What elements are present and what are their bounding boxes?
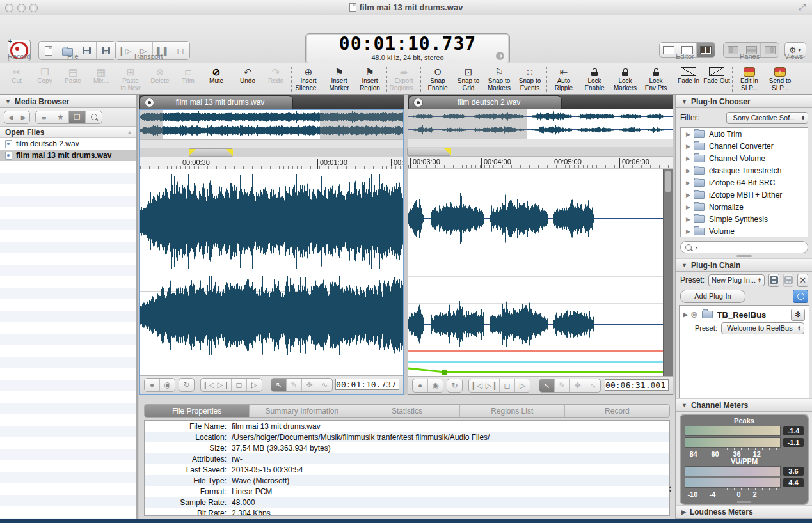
record-arm-button[interactable]: ● xyxy=(413,379,428,392)
chain-preset-dropdown[interactable]: New Plug-In... ▲▼ xyxy=(708,274,765,286)
fade-out-button[interactable]: Fade Out xyxy=(703,63,731,94)
fade-in-button[interactable]: Fade In xyxy=(674,63,703,94)
waveform-editor[interactable] xyxy=(408,169,673,376)
plugin-item[interactable]: ▶Normalize xyxy=(681,201,808,213)
insert-silence-button[interactable]: ⊕Insert Silence... xyxy=(293,63,324,94)
plugin-chooser-header[interactable]: ▼ Plug-In Chooser xyxy=(676,95,812,108)
disclosure-triangle-icon[interactable]: ▶ xyxy=(686,216,690,222)
plugin-search-field[interactable]: ▼ xyxy=(680,241,808,253)
paste-button[interactable]: ▤Paste xyxy=(59,63,87,94)
loop-region[interactable] xyxy=(189,148,233,157)
loop-region-bar[interactable] xyxy=(140,148,403,157)
tab-summary-information[interactable]: Summary Information xyxy=(250,405,354,417)
edit-in-slp-button[interactable]: Edit in SLP... xyxy=(734,63,765,94)
disclosure-triangle-icon[interactable]: ▶ xyxy=(686,204,690,210)
go-to-start-button[interactable]: ❙◁ xyxy=(201,379,216,391)
snap-enable-button[interactable]: ΩSnap Enable xyxy=(422,63,453,94)
disclosure-triangle-icon[interactable]: ▶ xyxy=(686,131,690,137)
auto-ripple-button[interactable]: ⇤Auto Ripple xyxy=(548,63,579,94)
resize-grip[interactable] xyxy=(737,501,751,503)
new-file-button[interactable] xyxy=(39,42,58,59)
add-plugin-button[interactable]: Add Plug-In xyxy=(680,290,745,303)
loop-start-handle[interactable] xyxy=(189,149,196,156)
edit-tool-button[interactable]: ↖ xyxy=(271,379,287,391)
save-as-button[interactable] xyxy=(97,42,115,59)
editor-split-view-button[interactable] xyxy=(697,43,715,57)
search-button[interactable] xyxy=(86,111,102,123)
sample-rate-stepper[interactable]: ▲▼ xyxy=(668,485,673,493)
stop-button[interactable]: ◻ xyxy=(232,379,247,391)
scrollbar-thumb[interactable] xyxy=(665,171,671,192)
lock-env-pts-button[interactable]: Lock Env Pts xyxy=(641,63,671,94)
record-indicator-icon[interactable] xyxy=(145,98,154,107)
insert-marker-button[interactable]: ⚑Insert Marker xyxy=(324,63,354,94)
copy-button[interactable]: ❐Copy xyxy=(31,63,59,94)
play-button[interactable]: ▷ xyxy=(515,379,530,392)
waveform-editor[interactable] xyxy=(140,169,403,375)
disclosure-triangle-icon[interactable]: ▶ xyxy=(686,155,690,162)
back-button[interactable]: ◀ xyxy=(4,111,17,123)
plugin-chain-header[interactable]: ▼ Plug-In Chain xyxy=(676,258,812,272)
mute-button[interactable]: ⊘Mute xyxy=(202,63,230,94)
favorites-button[interactable]: ★ xyxy=(52,111,69,123)
plugin-item[interactable]: ▶Volume xyxy=(681,225,808,237)
disclosure-triangle-icon[interactable]: ▶ xyxy=(686,192,690,198)
hand-tool-button[interactable]: ✥ xyxy=(570,379,585,392)
vertical-scrollbar[interactable] xyxy=(663,169,673,376)
waveform-overview[interactable] xyxy=(408,109,673,139)
tab-film-mai[interactable]: film mai 13 mit drums.wav xyxy=(139,95,293,109)
open-files-button[interactable]: ❐ xyxy=(69,111,86,123)
envelope-tool-button[interactable]: ∿ xyxy=(585,379,600,392)
fullscreen-icon[interactable]: ⤢ xyxy=(799,2,806,13)
snap-to-events-button[interactable]: ∷Snap to Events xyxy=(514,63,545,94)
save-preset-button[interactable] xyxy=(768,274,779,287)
plugin-item[interactable]: ▶Simple Synthesis xyxy=(681,213,808,225)
lock-markers-button[interactable]: Lock Markers xyxy=(610,63,641,94)
go-to-end-button[interactable]: ▷❙ xyxy=(216,379,232,391)
mix-button[interactable]: ▦Mix... xyxy=(87,63,115,94)
time-display-arrow-icon[interactable]: ➔ xyxy=(496,52,504,60)
tab-statistics[interactable]: Statistics xyxy=(354,405,459,417)
stop-button[interactable]: ◻ xyxy=(171,42,189,59)
disclosure-triangle-icon[interactable]: ▶ xyxy=(686,228,690,235)
save-preset-as-button[interactable] xyxy=(783,274,794,287)
pane-right-button[interactable] xyxy=(761,43,779,57)
loop-end-handle[interactable] xyxy=(226,149,233,156)
record-button[interactable]: ◉ xyxy=(428,379,443,392)
hand-tool-button[interactable]: ✥ xyxy=(302,379,317,391)
envelope-point[interactable] xyxy=(442,370,447,375)
list-view-button[interactable]: ≡ xyxy=(36,111,52,123)
media-browser-header[interactable]: ▼ Media Browser xyxy=(0,95,136,108)
open-files-column-header[interactable]: Open Files ▲ xyxy=(0,127,136,138)
tab-file-properties[interactable]: File Properties xyxy=(145,405,250,417)
plugin-item[interactable]: ▶Auto Trim xyxy=(681,128,808,140)
edit-tool-button[interactable]: ↖ xyxy=(539,379,555,392)
paste-to-new-button[interactable]: ⊞Paste to New xyxy=(115,63,146,94)
go-to-end-button[interactable]: ▷❙ xyxy=(484,379,500,392)
volume-envelope[interactable] xyxy=(408,169,664,376)
play-all-button[interactable]: ❙▷ xyxy=(116,42,134,59)
loop-region[interactable] xyxy=(407,148,451,156)
item-preset-dropdown[interactable]: Welcome to ReelBus ▲▼ xyxy=(721,322,804,334)
export-regions-button[interactable]: ➦Export Regions... xyxy=(388,63,419,94)
open-file-item[interactable]: film mai 13 mit drums.wav xyxy=(0,150,136,161)
panel-splitter[interactable] xyxy=(676,253,812,258)
filter-dropdown[interactable]: Sony Creative Sof... ▲▼ xyxy=(726,112,808,124)
time-ruler[interactable]: 00:03:0000:04:0000:05:0000:06:00 xyxy=(408,157,673,169)
disclosure-triangle-icon[interactable]: ▶ xyxy=(686,180,690,186)
trim-button[interactable]: ⊏Trim xyxy=(174,63,202,94)
plugin-item[interactable]: ▶Channel Converter xyxy=(681,140,808,152)
record-arm-button[interactable]: ● xyxy=(145,379,160,391)
snap-to-markers-button[interactable]: ⚐Snap to Markers xyxy=(484,63,514,94)
send-to-slp-button[interactable]: Send to SLP... xyxy=(765,63,795,94)
channel-meters-header[interactable]: ▼ Channel Meters xyxy=(676,398,812,412)
loop-playback-button[interactable]: ↻ xyxy=(447,379,462,392)
chain-item[interactable]: ▶ ⊗ TB_ReelBus ✻ xyxy=(680,308,809,321)
play-button[interactable]: ▷ xyxy=(247,379,262,391)
loop-playback-button[interactable]: ↻ xyxy=(179,379,194,391)
selection-time-readout[interactable]: 00:01:10.737 xyxy=(335,379,399,390)
go-to-start-button[interactable]: ❙◁ xyxy=(469,379,484,392)
plugin-item[interactable]: ▶iZotope 64-Bit SRC xyxy=(681,176,808,189)
loop-end-handle[interactable] xyxy=(444,148,451,155)
open-file-item[interactable]: film deutsch 2.wav xyxy=(0,138,136,150)
